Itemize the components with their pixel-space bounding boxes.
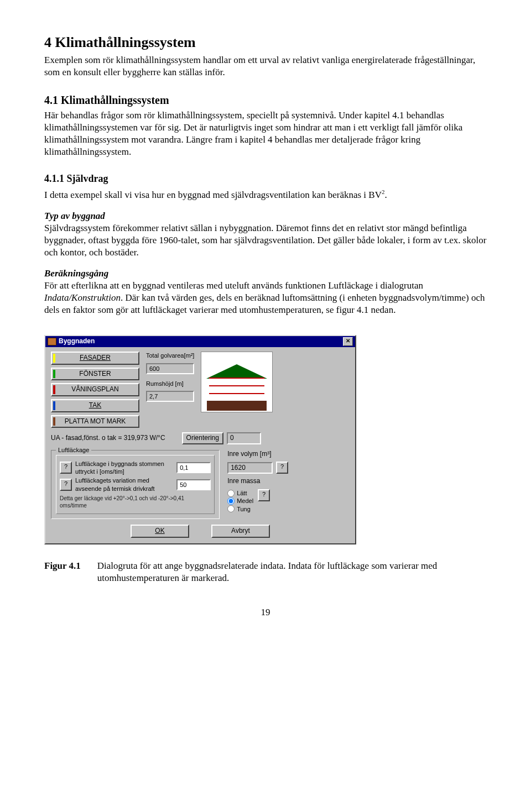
value-rumshojd: 2,7: [146, 391, 194, 402]
color-bar: [53, 370, 55, 379]
group-legend-luftlackage: Luftläckage: [56, 446, 91, 454]
house-diagram: [201, 352, 273, 412]
radio-medel[interactable]: Medel: [227, 497, 253, 505]
label-leak-oms: Luftläckage i byggnads stommen uttryckt …: [75, 460, 173, 476]
floor-line: [209, 385, 264, 393]
platta-button[interactable]: PLATTA MOT MARK: [51, 415, 139, 428]
roof-icon: [206, 364, 267, 379]
color-bar: [53, 401, 55, 410]
input-leak-oms[interactable]: 0,1: [176, 462, 211, 473]
dialog-titlebar[interactable]: Byggnaden ✕: [45, 336, 355, 347]
subhead-berakning: Beräkningsgång: [44, 268, 487, 280]
figure-label: Figur 4.1: [44, 560, 81, 584]
para-sjalvdrag-intro: I detta exempel skall vi visa hur en byg…: [44, 188, 487, 201]
label-rumshojd: Rumshöjd [m]: [146, 380, 194, 387]
leak-note: Detta ger läckage vid +20°->0,1 och vid …: [60, 495, 211, 509]
floor-line: [209, 378, 264, 385]
radio-label: Lätt: [237, 489, 247, 497]
label-leak-variation: Luftläckagets variation med avseende på …: [75, 476, 173, 493]
para-intro: Exemplen som rör klimathållningssystem h…: [44, 54, 487, 78]
radio-label: Medel: [237, 497, 253, 505]
help-button[interactable]: ?: [258, 489, 270, 501]
orientering-button[interactable]: Orientering: [182, 432, 223, 444]
para-section: Här behandlas frågor som rör klimathålln…: [44, 109, 487, 158]
fasader-button[interactable]: FASADER: [51, 352, 139, 365]
fonster-button[interactable]: FÖNSTER: [51, 368, 139, 381]
button-label: OK: [155, 527, 164, 535]
heading-subsection: 4.1.1 Självdrag: [44, 172, 487, 185]
value-orientering: 0: [227, 432, 261, 444]
tak-button[interactable]: TAK: [51, 399, 139, 412]
label-total-golvarea: Total golvarea[m²]: [146, 352, 194, 359]
para-typ: Självdragssystem förekommer relativt säl…: [44, 222, 487, 259]
dialog-screenshot: Byggnaden ✕ FASADER FÖNSTER VÅNINGSPLAN …: [44, 335, 356, 544]
ok-button[interactable]: OK: [131, 525, 189, 538]
heading-section: 4.1 Klimathållningssystem: [44, 93, 487, 107]
figure-text: Dialogruta för att ange byggnadsrelatera…: [97, 560, 487, 584]
radio-tung[interactable]: Tung: [227, 505, 253, 513]
dialog-byggnaden: Byggnaden ✕ FASADER FÖNSTER VÅNINGSPLAN …: [44, 335, 356, 544]
color-bar: [53, 354, 55, 363]
text-italic: Indata/Konstruktion: [44, 292, 121, 303]
button-label: FASADER: [80, 354, 111, 362]
close-icon[interactable]: ✕: [343, 337, 353, 346]
button-label: TAK: [89, 401, 101, 409]
text: För att efterlikna att en byggnad ventil…: [44, 280, 423, 291]
button-label: VÅNINGSPLAN: [71, 385, 118, 393]
text: .: [384, 189, 387, 200]
input-leak-variation[interactable]: 50: [176, 479, 211, 490]
label-inre-massa: Inre massa: [227, 477, 350, 486]
ground-slab: [207, 401, 267, 411]
help-button[interactable]: ?: [276, 462, 288, 474]
button-label: PLATTA MOT MARK: [65, 417, 126, 425]
dialog-title: Byggnaden: [48, 337, 95, 346]
subhead-typ: Typ av byggnad: [44, 210, 487, 222]
ua-value-text: UA - fasad,fönst. o tak = 319,973 W/°C: [51, 434, 165, 443]
text: I detta exempel skall vi visa hur en byg…: [44, 189, 382, 200]
avbryt-button[interactable]: Avbryt: [211, 525, 270, 538]
vaningsplan-button[interactable]: VÅNINGSPLAN: [51, 383, 139, 396]
help-button[interactable]: ?: [60, 462, 72, 474]
heading-chapter: 4 Klimathållningssystem: [44, 33, 487, 52]
radio-label: Tung: [237, 505, 251, 513]
value-total-golvarea: 600: [146, 363, 194, 374]
button-label: FÖNSTER: [79, 370, 111, 378]
floor-line: [209, 393, 264, 401]
dialog-title-text: Byggnaden: [59, 337, 95, 345]
page-number: 19: [44, 606, 487, 619]
value-inre-volym: 1620: [227, 462, 273, 474]
help-button[interactable]: ?: [60, 479, 72, 491]
radio-latt[interactable]: Lätt: [227, 489, 253, 497]
app-icon: [48, 338, 56, 345]
color-bar: [53, 385, 55, 394]
color-bar: [53, 417, 55, 426]
para-berakning: För att efterlikna att en byggnad ventil…: [44, 280, 487, 316]
label-inre-volym: Inre volym [m³]: [227, 450, 271, 459]
figure-caption: Figur 4.1 Dialogruta för att ange byggna…: [44, 560, 487, 584]
